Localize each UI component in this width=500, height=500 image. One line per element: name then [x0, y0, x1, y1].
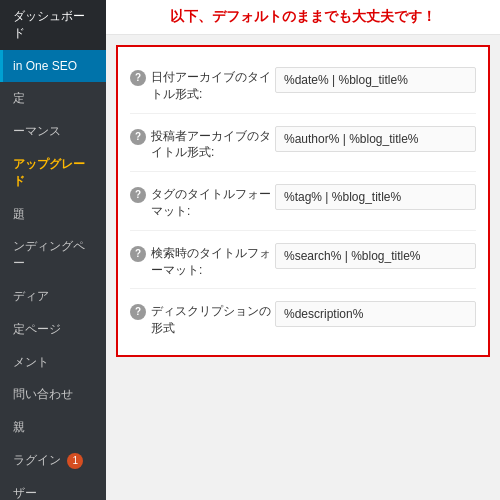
field-label-author-archive: ? 投稿者アーカイブのタイトル形式:	[130, 124, 275, 162]
sidebar-item-landing[interactable]: ンディングペー	[0, 230, 106, 280]
sidebar-item-contact[interactable]: 問い合わせ	[0, 378, 106, 411]
sidebar-item-plugin[interactable]: ラグイン 1	[0, 444, 106, 477]
help-icon-date-archive[interactable]: ?	[130, 70, 146, 86]
sidebar-item-media[interactable]: ディア	[0, 280, 106, 313]
field-label-text: 日付アーカイブのタイトル形式:	[151, 69, 275, 103]
sidebar-item-label: ディア	[13, 289, 49, 303]
sidebar-item-label: ダッシュボード	[13, 9, 85, 40]
field-label-text: ディスクリプションの形式	[151, 303, 275, 337]
sidebar-item-label: ーマンス	[13, 124, 61, 138]
sidebar-item-label: ンディングペー	[13, 239, 85, 270]
sidebar-item-dashboard[interactable]: ダッシュボード	[0, 0, 106, 50]
sidebar-item-performance[interactable]: ーマンス	[0, 115, 106, 148]
sidebar-item-fixed-page[interactable]: 定ページ	[0, 313, 106, 346]
field-row-author-archive: ? 投稿者アーカイブのタイトル形式:	[130, 114, 476, 173]
sidebar-item-label: 定ページ	[13, 322, 61, 336]
sidebar-item-label: in One SEO	[13, 59, 77, 73]
plugin-badge: 1	[67, 453, 83, 469]
sidebar-item-label: ラグイン	[13, 453, 61, 467]
sidebar-item-blank1[interactable]: 題	[0, 198, 106, 231]
sidebar-item-parent[interactable]: 親	[0, 411, 106, 444]
help-icon-search-title[interactable]: ?	[130, 246, 146, 262]
sidebar: ダッシュボード in One SEO 定 ーマンス アップグレード 題 ンディン…	[0, 0, 106, 500]
field-row-date-archive: ? 日付アーカイブのタイトル形式:	[130, 55, 476, 114]
field-input-description[interactable]	[275, 301, 476, 327]
sidebar-item-label: 定	[13, 91, 25, 105]
notice-text: 以下、デフォルトのままでも大丈夫です！	[170, 8, 436, 24]
field-label-tag-title: ? タグのタイトルフォーマット:	[130, 182, 275, 220]
field-label-text: 検索時のタイトルフォーマット:	[151, 245, 275, 279]
fields-box: ? 日付アーカイブのタイトル形式: ? 投稿者アーカイブのタイトル形式: ? タ…	[116, 45, 490, 357]
sidebar-item-comment[interactable]: メント	[0, 346, 106, 379]
main-content: 以下、デフォルトのままでも大丈夫です！ ? 日付アーカイブのタイトル形式: ? …	[106, 0, 500, 500]
help-icon-author-archive[interactable]: ?	[130, 129, 146, 145]
sidebar-item-settings[interactable]: 定	[0, 82, 106, 115]
field-input-date-archive[interactable]	[275, 67, 476, 93]
help-icon-tag-title[interactable]: ?	[130, 187, 146, 203]
field-input-tag-title[interactable]	[275, 184, 476, 210]
notice-banner: 以下、デフォルトのままでも大丈夫です！	[106, 0, 500, 35]
field-label-description: ? ディスクリプションの形式	[130, 299, 275, 337]
field-row-search-title: ? 検索時のタイトルフォーマット:	[130, 231, 476, 290]
sidebar-item-label: 問い合わせ	[13, 387, 73, 401]
help-icon-description[interactable]: ?	[130, 304, 146, 320]
field-label-date-archive: ? 日付アーカイブのタイトル形式:	[130, 65, 275, 103]
field-row-tag-title: ? タグのタイトルフォーマット:	[130, 172, 476, 231]
field-input-search-title[interactable]	[275, 243, 476, 269]
sidebar-item-label: メント	[13, 355, 49, 369]
sidebar-item-other[interactable]: ザー	[0, 477, 106, 500]
sidebar-item-label: ザー	[13, 486, 37, 500]
sidebar-item-label: 題	[13, 207, 25, 221]
field-label-search-title: ? 検索時のタイトルフォーマット:	[130, 241, 275, 279]
field-label-text: タグのタイトルフォーマット:	[151, 186, 275, 220]
sidebar-item-seo[interactable]: in One SEO	[0, 50, 106, 83]
field-input-author-archive[interactable]	[275, 126, 476, 152]
sidebar-item-upgrade[interactable]: アップグレード	[0, 148, 106, 198]
sidebar-item-label: 親	[13, 420, 25, 434]
field-label-text: 投稿者アーカイブのタイトル形式:	[151, 128, 275, 162]
field-row-description: ? ディスクリプションの形式	[130, 289, 476, 347]
sidebar-item-label: アップグレード	[13, 157, 85, 188]
